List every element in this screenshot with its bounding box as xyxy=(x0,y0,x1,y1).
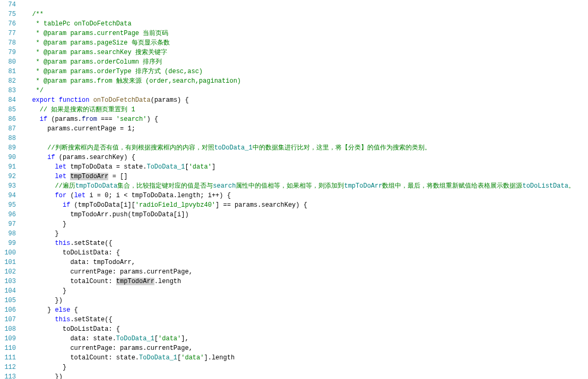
code-line[interactable]: let tmpTodoArr = [] xyxy=(20,172,588,181)
line-number: 79 xyxy=(4,48,16,57)
line-number: 77 xyxy=(4,29,16,38)
code-token: // 如果是搜索的话翻页重置到 1 xyxy=(40,106,135,113)
code-token: //判断搜索框内是否有值，有则根据搜索框内的内容，对照 xyxy=(47,144,214,152)
code-line[interactable]: for (let i = 0; i < tmpToDoData.length; … xyxy=(20,191,588,200)
code-token xyxy=(55,96,59,104)
code-line[interactable]: if (params.searchKey) { xyxy=(20,153,588,162)
line-number: 83 xyxy=(4,86,16,95)
line-number: 78 xyxy=(4,38,16,48)
code-token: * tablePc onToDoFetchData xyxy=(24,20,132,28)
code-line[interactable]: } else { xyxy=(20,305,588,315)
line-number: 84 xyxy=(4,95,16,105)
code-token: (tmpToDoData[i][ xyxy=(70,201,135,209)
code-token: /** xyxy=(32,11,44,18)
code-line[interactable]: if (tmpToDoData[i]['radioField_lpvybz40'… xyxy=(20,200,588,210)
code-line[interactable]: //遍历tmpToDoData集合，比较指定键对应的值是否与search属性中的… xyxy=(20,181,588,191)
code-line[interactable]: * @param params.from 触发来源 (order,search,… xyxy=(20,76,588,86)
code-line[interactable]: export function onToDoFetchData(params) … xyxy=(20,95,588,105)
code-token: i = xyxy=(85,192,105,199)
line-number: 93 xyxy=(4,181,16,191)
line-number: 89 xyxy=(4,143,16,153)
code-line[interactable]: * @param params.currentPage 当前页码 xyxy=(20,29,588,38)
code-line[interactable]: * tablePc onToDoFetchData xyxy=(20,19,588,29)
line-number: 112 xyxy=(4,363,16,372)
code-token xyxy=(24,144,47,152)
code-token: } xyxy=(24,287,66,295)
code-token xyxy=(89,96,93,104)
code-line[interactable]: params.currentPage = 1; xyxy=(20,124,588,134)
code-line[interactable]: /** xyxy=(20,10,588,19)
code-token: let xyxy=(55,173,67,180)
code-line[interactable]: } xyxy=(20,219,588,229)
code-line[interactable]: //判断搜索框内是否有值，有则根据搜索框内的内容，对照toDoData_1中的数… xyxy=(20,143,588,153)
code-token: search xyxy=(213,182,236,190)
code-token: data: state. xyxy=(24,335,116,342)
code-token xyxy=(24,192,55,199)
code-line[interactable]: toDoListData: { xyxy=(20,248,588,258)
code-token: [ xyxy=(185,163,188,171)
code-line[interactable]: * @param params.orderType 排序方式 (desc,asc… xyxy=(20,67,588,76)
code-token: ].length xyxy=(204,354,235,362)
code-line[interactable]: } xyxy=(20,286,588,296)
code-token: * @param params.pageSize 每页显示条数 xyxy=(24,39,170,47)
code-line[interactable]: * @param params.pageSize 每页显示条数 xyxy=(20,38,588,48)
code-token: tmpToDoData xyxy=(75,182,117,190)
code-token xyxy=(24,173,55,180)
code-token: * @param params.currentPage 当前页码 xyxy=(24,30,168,37)
code-line[interactable]: }) xyxy=(20,296,588,305)
code-token: let xyxy=(74,192,86,199)
code-line[interactable]: totalCount: state.ToDoData_1['data'].len… xyxy=(20,353,588,363)
line-number: 99 xyxy=(4,239,16,248)
line-number: 111 xyxy=(4,353,16,363)
code-line[interactable]: currentPage: params.currentPage, xyxy=(20,267,588,277)
code-token xyxy=(24,240,55,247)
code-token xyxy=(24,116,40,123)
code-line[interactable]: if (params.from === 'search') { xyxy=(20,114,588,124)
code-token: .length xyxy=(154,278,181,285)
code-line[interactable]: */ xyxy=(20,86,588,95)
code-line[interactable]: * @param params.searchKey 搜索关键字 xyxy=(20,48,588,57)
code-line[interactable] xyxy=(20,0,588,10)
code-token: ] == params.searchKey) { xyxy=(215,201,307,209)
code-token: 'radioField_lpvybz40' xyxy=(135,201,215,209)
line-number: 106 xyxy=(4,305,16,315)
line-number: 108 xyxy=(4,324,16,334)
code-token: 数组中，最后，将数组重新赋值给表格展示数据源 xyxy=(382,182,522,190)
line-number: 101 xyxy=(4,258,16,267)
code-line[interactable]: tmpTodoArr.push(tmpToDoData[i]) xyxy=(20,210,588,219)
code-token: [ xyxy=(154,335,158,342)
code-line[interactable]: totalCount: tmpTodoArr.length xyxy=(20,277,588,286)
code-token: this xyxy=(55,316,71,323)
code-line[interactable]: toDoListData: { xyxy=(20,324,588,334)
code-token: .setState({ xyxy=(70,316,112,323)
code-line[interactable]: // 如果是搜索的话翻页重置到 1 xyxy=(20,105,588,114)
code-token: params.currentPage = xyxy=(24,125,127,133)
code-token: for xyxy=(55,192,67,199)
code-token: ToDoData_1 xyxy=(139,354,177,362)
line-number: 98 xyxy=(4,229,16,239)
code-token: data: tmpTodoArr, xyxy=(24,259,135,266)
line-number-gutter: 7475767778798081828384858687888990919293… xyxy=(0,0,20,379)
line-number: 92 xyxy=(4,172,16,181)
code-line[interactable]: this.setState({ xyxy=(20,239,588,248)
code-editor-content[interactable]: /** * tablePc onToDoFetchData * @param p… xyxy=(20,0,588,379)
code-line[interactable]: currentPage: params.currentPage, xyxy=(20,343,588,353)
code-token: (params. xyxy=(47,116,82,123)
code-line[interactable]: } xyxy=(20,363,588,372)
code-token: ], xyxy=(181,335,188,342)
code-line[interactable]: let tmpToDoData = state.ToDoData_1['data… xyxy=(20,162,588,172)
code-token: * @param params.orderType 排序方式 (desc,asc… xyxy=(24,68,203,75)
code-token: toDoListData: { xyxy=(24,325,120,333)
code-line[interactable]: data: tmpTodoArr, xyxy=(20,258,588,267)
code-line[interactable]: this.setState({ xyxy=(20,315,588,324)
code-token: (params.searchKey) { xyxy=(55,154,135,161)
code-line[interactable]: } xyxy=(20,229,588,239)
code-line[interactable]: * @param params.orderColumn 排序列 xyxy=(20,57,588,67)
code-line[interactable]: data: state.ToDoData_1['data'], xyxy=(20,334,588,343)
code-line[interactable] xyxy=(20,134,588,143)
code-line[interactable]: }) xyxy=(20,372,588,379)
line-number: 102 xyxy=(4,267,16,277)
line-number: 76 xyxy=(4,19,16,29)
code-token: === xyxy=(97,116,116,123)
code-token: else xyxy=(55,306,71,314)
